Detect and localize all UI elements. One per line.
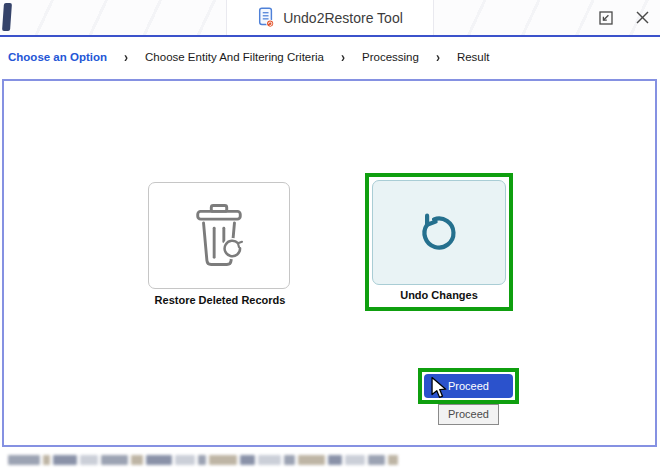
window-titlebar: Undo2Restore Tool [0, 0, 660, 37]
app-logo [2, 3, 12, 31]
undo-changes-label: Undo Changes [372, 289, 506, 301]
window-controls [594, 0, 654, 35]
chevron-right-icon: › [341, 48, 345, 66]
mouse-cursor-icon [429, 377, 449, 403]
step-processing[interactable]: Processing [362, 51, 419, 63]
close-button[interactable] [630, 6, 654, 30]
chevron-right-icon: › [124, 48, 128, 66]
restore-window-button[interactable] [594, 6, 618, 30]
step-result[interactable]: Result [457, 51, 490, 63]
step-choose-an-option[interactable]: Choose an Option [8, 51, 107, 63]
window-title: Undo2Restore Tool [283, 10, 403, 26]
undo-circular-arrow-icon [413, 207, 465, 259]
trash-restore-icon [190, 203, 248, 269]
main-panel: Restore Deleted Records Undo Changes Pro… [2, 79, 657, 447]
document-icon [257, 7, 275, 28]
step-choose-entity-and-filtering-criteria[interactable]: Choose Entity And Filtering Criteria [145, 51, 324, 63]
wizard-breadcrumb: Choose an Option › Choose Entity And Fil… [8, 44, 490, 70]
restore-deleted-records-card[interactable] [148, 182, 290, 289]
connection-status-redacted [8, 453, 398, 466]
undo-changes-card[interactable] [372, 180, 506, 285]
option-restore-deleted-records: Restore Deleted Records [148, 182, 292, 306]
highlight-box-undo-changes: Undo Changes [365, 173, 513, 311]
chevron-right-icon: › [436, 48, 440, 66]
window-title-tab: Undo2Restore Tool [226, 0, 434, 35]
restore-deleted-records-label: Restore Deleted Records [148, 294, 292, 306]
proceed-tooltip: Proceed [438, 404, 499, 425]
